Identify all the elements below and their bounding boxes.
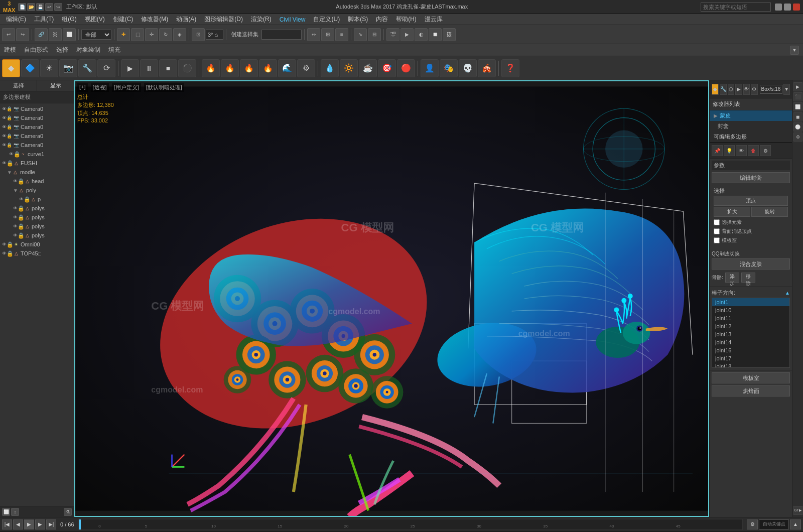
menu-civil-view[interactable]: Civil View [276,15,310,24]
key-filters-btn[interactable]: ▲ [790,519,801,529]
tree-polys1[interactable]: 👁 🔒 △ polys [1,204,73,213]
material-editor-btn[interactable]: 🔲 [429,28,442,41]
add-bone-btn[interactable]: 添加 [725,273,739,283]
bone-joint11[interactable]: joint11 [712,314,789,322]
rotate-btn2[interactable]: 旋转 [751,207,788,217]
menu-customize[interactable]: 自定义(U) [309,14,344,25]
tree-head[interactable]: 👁 🔒 △ head [1,177,73,186]
create-icon[interactable]: ◆ [712,84,719,95]
select-btn[interactable]: ✚ [117,28,130,41]
align-btn[interactable]: ⊞ [321,28,334,41]
render-frame-btn[interactable]: 🖼 [443,28,456,41]
open-btn[interactable]: 📂 [27,3,35,11]
utility-icon[interactable]: ⚙ [751,84,758,95]
play-fwd-btn[interactable]: ▶ [24,519,34,529]
bind-space-btn[interactable]: ⬜ [63,28,76,41]
tree-camera0-2[interactable]: 👁 🔒 📷 Camera0 [1,113,73,122]
edit-envelope-btn[interactable]: 编辑封套 [712,172,790,183]
menu-render[interactable]: 渲染(R) [247,14,276,25]
modify-icon[interactable]: 🔧 [720,84,727,95]
rs-btn1[interactable]: ▶ [793,82,802,91]
char-icon1[interactable]: 👤 [421,59,439,77]
anim-icon2[interactable]: 🔥 [221,59,239,77]
effect-icon3[interactable]: ☕ [359,59,377,77]
bone-joint10[interactable]: joint10 [712,306,789,314]
curve-editor-btn[interactable]: ∿ [354,28,367,41]
left-btn1[interactable]: ⬜ [2,508,10,516]
remove-bone-btn[interactable]: 移除 [741,273,755,283]
bone-list[interactable]: joint1 joint10 joint11 joint12 joint13 j… [712,298,790,368]
bone-joint16[interactable]: joint16 [712,346,789,354]
search-input[interactable] [701,3,771,12]
tree-camera0-4[interactable]: 👁 🔒 📷 Camera0 [1,131,73,141]
new-btn[interactable]: 📄 [18,3,26,11]
anim-icon1[interactable]: 🔥 [202,59,220,77]
light-btn[interactable]: ☀ [40,59,58,77]
layer-btn[interactable]: ≡ [335,28,348,41]
selection-set-input[interactable] [261,30,302,40]
show-icon[interactable]: 👁 [736,145,747,156]
light-bulb-icon[interactable]: 💡 [724,145,735,156]
template-btn[interactable]: 模板室 [712,372,790,383]
anim-icon6[interactable]: ⚙ [297,59,315,77]
space-warp-btn[interactable]: ⟳ [97,59,115,77]
tree-modle[interactable]: ▼ △ modle [1,168,73,177]
active-shade-btn[interactable]: ◐ [415,28,428,41]
record-btn[interactable]: ⚫ [178,59,196,77]
tree-camera0-5[interactable]: 👁 🔒 📷 Camera0 [1,141,73,150]
next-frame-btn[interactable]: ▶ [35,519,45,529]
tab-modeling[interactable]: 建模 [4,46,16,54]
shape-btn[interactable]: 🔷 [21,59,39,77]
pivot-input[interactable] [206,30,223,40]
rs-btn3[interactable]: ⬜ [793,102,802,111]
minimize-btn[interactable] [775,4,782,11]
display-tab[interactable]: 显示 [37,80,74,91]
prev-frame-btn[interactable]: ◀ [13,519,23,529]
tree-camera0-1[interactable]: 👁 🔒 📷 Camera0 [1,104,73,113]
helper-btn[interactable]: 🔧 [78,59,96,77]
tree-camera0-3[interactable]: 👁 🔒 📷 Camera0 [1,122,73,131]
tree-polys2[interactable]: 👁 🔒 △ polys [1,213,73,222]
bone-joint12[interactable]: joint12 [712,322,789,330]
tb2-extra-btn[interactable]: ▼ [790,46,799,55]
rs-btn2[interactable]: ⬛ [793,92,802,101]
bone-joint14[interactable]: joint14 [712,338,789,346]
tree-fushi[interactable]: 👁 🔒 △ FUSHI [1,159,73,168]
menu-help[interactable]: 帮助(H) [392,14,421,25]
effect-icon2[interactable]: 🔆 [340,59,358,77]
create-geometry-btn[interactable]: ◆ [2,59,20,77]
schematic-btn[interactable]: ⊟ [368,28,381,41]
tree-top45[interactable]: 👁 🔒 △ TOP45□ [1,249,73,258]
select-element-cb[interactable] [714,219,720,225]
char-icon3[interactable]: 💀 [459,59,477,77]
rotate-btn[interactable]: ↻ [159,28,172,41]
save-btn[interactable]: 💾 [36,3,44,11]
stop-btn[interactable]: ■ [159,59,177,77]
play-btn[interactable]: ▶ [121,59,139,77]
tree-poly-expand[interactable]: ▼ △ poly [1,186,73,195]
select-filter[interactable]: 全部 [81,30,111,40]
effect-icon1[interactable]: 💧 [321,59,339,77]
undo-btn[interactable]: ↩ [45,3,53,11]
scene-tree[interactable]: 👁 🔒 📷 Camera0 👁 🔒 📷 Camera0 👁 🔒 📷 Camera… [0,103,74,506]
select-link-btn[interactable]: 🔗 [35,28,48,41]
menu-edit[interactable]: 编辑(E) [2,14,30,25]
render-btn[interactable]: ▶ [400,28,414,41]
expand-btn[interactable]: 扩大 [714,207,750,217]
delete-mod-icon[interactable]: 🗑 [748,145,759,156]
ref-coord-btn[interactable]: ⊡ [192,28,205,41]
close-btn[interactable] [793,4,800,11]
tab-freeform[interactable]: 自由形式 [24,46,48,54]
mix-skin-btn[interactable]: 混合皮肤 [712,258,790,270]
effect-icon5[interactable]: 🔴 [397,59,415,77]
bone-joint13[interactable]: joint13 [712,330,789,338]
tree-curve1[interactable]: 👁 🔒 ~ curve1 [1,150,73,159]
rs-btn6[interactable]: ⚙ [793,132,802,142]
mirror-btn[interactable]: ⇔ [307,28,320,41]
select-tab[interactable]: 选择 [0,80,37,91]
move-btn[interactable]: ✛ [145,28,158,41]
anim-icon5[interactable]: 🌊 [278,59,296,77]
camera-btn[interactable]: 📷 [59,59,77,77]
tree-polys3[interactable]: 👁 🔒 △ polys [1,222,73,231]
bake-btn[interactable]: 烘焙面 [712,385,790,396]
